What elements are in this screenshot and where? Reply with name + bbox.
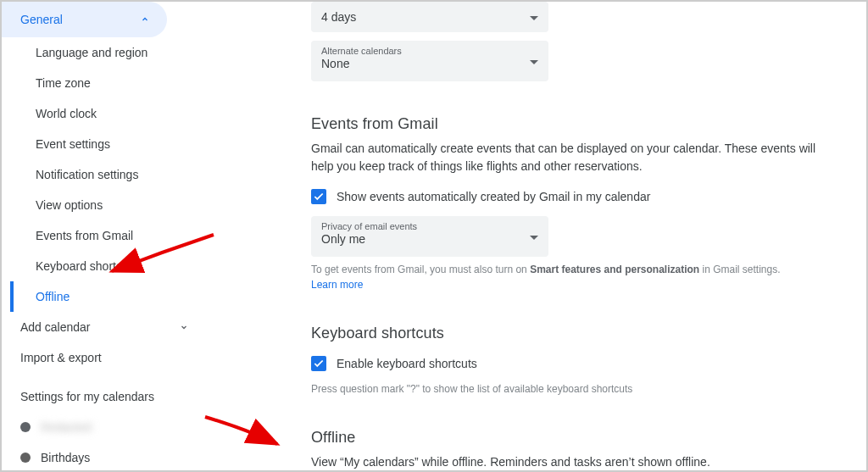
section-header: Offline [311, 429, 832, 447]
sidebar-group-label: General [20, 13, 63, 26]
shortcuts-hint-text: Press question mark "?" to show the list… [311, 383, 832, 395]
sidebar-item-event-settings[interactable]: Event settings [10, 129, 209, 159]
sidebar-item-add-calendar[interactable]: Add calendar [2, 312, 209, 342]
calendar-color-dot-icon [20, 453, 31, 463]
section-desc: View “My calendars” while offline. Remin… [311, 453, 820, 470]
sidebar-item-label: Add calendar [20, 320, 91, 334]
sidebar-item-import-export[interactable]: Import & export [2, 342, 209, 373]
sidebar-group-general[interactable]: General [2, 2, 167, 37]
privacy-email-events-select[interactable]: Privacy of email events Only me [311, 216, 548, 257]
sidebar-item-events-gmail[interactable]: Events from Gmail [10, 220, 209, 251]
dropdown-arrow-icon [530, 10, 538, 24]
settings-sidebar: General Language and region Time zone Wo… [2, 2, 209, 470]
gmail-hint-text: To get events from Gmail, you must also … [311, 264, 832, 275]
calendar-color-dot-icon [20, 422, 31, 432]
sidebar-subitems: Language and region Time zone World cloc… [2, 37, 209, 312]
sidebar-calendar-item[interactable]: Birthdays [2, 442, 209, 470]
checkbox-label: Enable keyboard shortcuts [337, 357, 477, 370]
sidebar-mycal-header: Settings for my calendars [2, 373, 209, 412]
sidebar-item-keyboard-shortcuts[interactable]: Keyboard shortcuts [10, 251, 209, 281]
sidebar-calendar-item[interactable]: Redacted [2, 412, 209, 442]
sidebar-item-time-zone[interactable]: Time zone [10, 68, 209, 98]
enable-keyboard-shortcuts-checkbox[interactable] [311, 356, 326, 371]
show-gmail-events-checkbox[interactable] [311, 189, 326, 204]
select-value: None [321, 57, 538, 70]
dropdown-arrow-icon [530, 54, 538, 68]
select-value: 4 days [321, 10, 356, 24]
custom-view-select[interactable]: 4 days [311, 2, 548, 32]
sidebar-item-label: Import & export [20, 351, 102, 364]
select-label: Alternate calendars [321, 46, 538, 57]
calendar-label: Redacted [41, 420, 92, 434]
section-keyboard-shortcuts: Keyboard shortcuts Enable keyboard short… [311, 325, 832, 395]
sidebar-item-world-clock[interactable]: World clock [10, 98, 209, 129]
chevron-up-icon [140, 14, 150, 25]
select-value: Only me [321, 232, 538, 246]
section-header: Keyboard shortcuts [311, 325, 832, 342]
learn-more-link[interactable]: Learn more [311, 279, 363, 291]
alternate-calendars-select[interactable]: Alternate calendars None [311, 41, 548, 81]
sidebar-item-view-options[interactable]: View options [10, 190, 209, 220]
section-events-gmail: Events from Gmail Gmail can automaticall… [311, 115, 832, 291]
chevron-down-icon [179, 322, 189, 332]
section-header: Events from Gmail [311, 115, 832, 133]
settings-main: 4 days Alternate calendars None Events f… [209, 2, 866, 470]
calendar-label: Birthdays [41, 451, 90, 464]
checkbox-label: Show events automatically created by Gma… [337, 190, 650, 203]
dropdown-arrow-icon [530, 230, 538, 243]
sidebar-item-notification-settings[interactable]: Notification settings [10, 159, 209, 190]
sidebar-item-offline[interactable]: Offline [10, 281, 209, 312]
sidebar-item-language-region[interactable]: Language and region [10, 37, 209, 68]
section-desc: Gmail can automatically create events th… [311, 140, 820, 175]
section-offline: Offline View “My calendars” while offlin… [311, 429, 832, 470]
select-label: Privacy of email events [321, 221, 538, 232]
